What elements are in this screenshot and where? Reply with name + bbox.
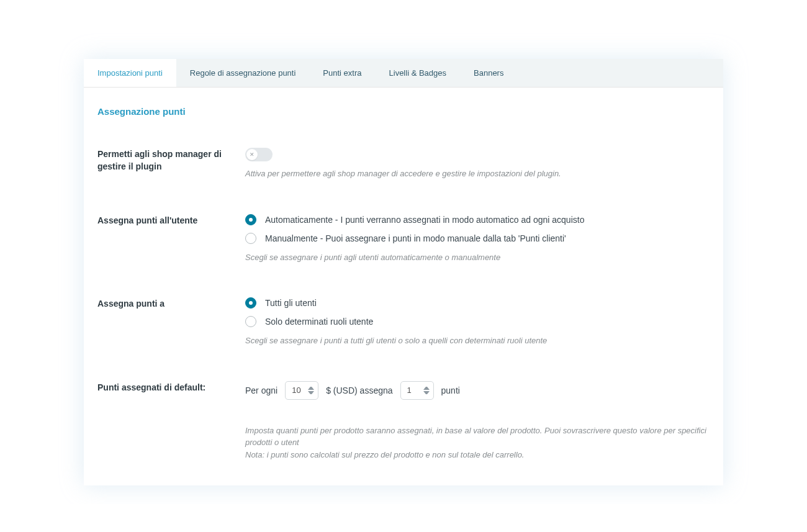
- field-assign-to: Assegna punti a Tutti gli utenti Solo de…: [97, 297, 710, 347]
- section-title: Assegnazione punti: [97, 106, 710, 117]
- radio-specific-roles[interactable]: Solo determinati ruoli utente: [245, 316, 710, 327]
- tab-impostazioni-punti[interactable]: Impostazioni punti: [84, 59, 176, 87]
- tab-banners[interactable]: Banners: [460, 59, 517, 87]
- input-points-value: 1: [407, 385, 412, 395]
- toggle-shop-manager[interactable]: ✕: [245, 148, 273, 161]
- field-label-default-points: Punti assegnati di default:: [97, 381, 245, 394]
- radio-automatic[interactable]: Automaticamente - I punti verranno asseg…: [245, 214, 710, 225]
- content-area: Assegnazione punti Permetti agli shop ma…: [84, 88, 723, 485]
- help-shop-manager: Attiva per permettere agli shop manager …: [245, 168, 710, 180]
- field-body-assign-to: Tutti gli utenti Solo determinati ruoli …: [245, 297, 710, 347]
- default-points-controls: Per ogni 10 $ (USD) assegna 1: [245, 381, 710, 400]
- chevron-down-icon[interactable]: [423, 391, 430, 396]
- help-default-points: Imposta quanti punti per prodotto sarann…: [245, 425, 710, 461]
- field-assign-user: Assegna punti all'utente Automaticamente…: [97, 214, 710, 264]
- input-points[interactable]: 1: [400, 381, 434, 400]
- radio-icon: [245, 297, 256, 309]
- spinner-amount: [308, 385, 314, 396]
- toggle-knob-off-icon: ✕: [246, 149, 258, 160]
- field-label-assign-to: Assegna punti a: [97, 297, 245, 310]
- field-label-shop-manager: Permetti agli shop manager di gestire il…: [97, 148, 245, 173]
- radio-manual[interactable]: Manualmente - Puoi assegnare i punti in …: [245, 233, 710, 244]
- field-body-assign-user: Automaticamente - I punti verranno asseg…: [245, 214, 710, 264]
- tab-livelli-badges[interactable]: Livelli & Badges: [376, 59, 461, 87]
- input-amount[interactable]: 10: [285, 381, 318, 400]
- radio-all-users[interactable]: Tutti gli utenti: [245, 297, 710, 309]
- settings-panel: Impostazioni punti Regole di assegnazion…: [84, 59, 723, 485]
- field-body-default-points: Per ogni 10 $ (USD) assegna 1: [245, 381, 710, 461]
- radio-label-all-users: Tutti gli utenti: [265, 298, 317, 308]
- text-usd-assegna: $ (USD) assegna: [326, 385, 392, 395]
- help-default-line1: Imposta quanti punti per prodotto sarann…: [245, 425, 710, 449]
- radio-icon: [245, 233, 256, 244]
- text-per-ogni: Per ogni: [245, 385, 277, 395]
- chevron-up-icon[interactable]: [423, 385, 430, 390]
- radio-icon: [245, 316, 256, 327]
- tab-punti-extra[interactable]: Punti extra: [309, 59, 375, 87]
- help-default-line2: Nota: i punti sono calcolati sul prezzo …: [245, 449, 710, 461]
- tab-regole-assegnazione[interactable]: Regole di assegnazione punti: [176, 59, 310, 87]
- tab-bar: Impostazioni punti Regole di assegnazion…: [84, 59, 723, 88]
- radio-icon: [245, 214, 256, 225]
- input-amount-value: 10: [292, 385, 300, 395]
- field-default-points: Punti assegnati di default: Per ogni 10 …: [97, 381, 710, 461]
- radio-label-automatic: Automaticamente - I punti verranno asseg…: [265, 215, 584, 225]
- chevron-down-icon[interactable]: [308, 391, 314, 396]
- field-shop-manager: Permetti agli shop manager di gestire il…: [97, 148, 710, 180]
- help-assign-to: Scegli se assegnare i punti a tutti gli …: [245, 335, 710, 347]
- radio-label-manual: Manualmente - Puoi assegnare i punti in …: [265, 233, 566, 243]
- chevron-up-icon[interactable]: [308, 385, 314, 390]
- help-assign-user: Scegli se assegnare i punti agli utenti …: [245, 251, 710, 264]
- spinner-points: [423, 385, 430, 396]
- radio-label-specific-roles: Solo determinati ruoli utente: [265, 317, 373, 327]
- field-label-assign-user: Assegna punti all'utente: [97, 214, 245, 227]
- field-body-shop-manager: ✕ Attiva per permettere agli shop manage…: [245, 148, 710, 180]
- text-punti: punti: [441, 385, 460, 395]
